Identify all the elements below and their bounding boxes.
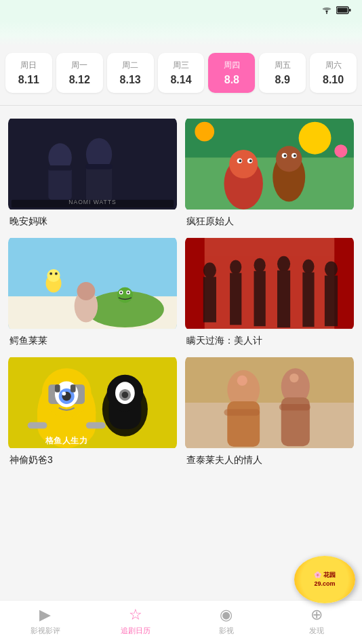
day-name: 周四 [208, 60, 255, 71]
watermark-sticker: 🌸 花园 29.com [294, 556, 355, 603]
svg-text:格鱼人生力: 格鱼人生力 [45, 436, 87, 445]
wifi-icon [321, 6, 332, 14]
svg-point-39 [47, 269, 60, 282]
svg-rect-6 [48, 167, 71, 200]
show-name-2: 鳄鱼莱莱 [8, 335, 177, 347]
day-date: 8.12 [56, 74, 103, 86]
svg-rect-71 [71, 384, 76, 392]
svg-point-21 [249, 159, 252, 162]
day-date: 8.11 [5, 74, 52, 86]
svg-point-29 [334, 144, 347, 157]
svg-rect-14 [185, 157, 354, 209]
day-date: 8.8 [208, 74, 255, 86]
sticker-line1: 🌸 花园 [314, 571, 336, 580]
show-name-1: 疯狂原始人 [185, 216, 354, 228]
day-tab-周日[interactable]: 周日 8.11 [5, 53, 52, 93]
day-tab-周三[interactable]: 周三 8.14 [158, 53, 205, 93]
svg-rect-8 [86, 166, 112, 202]
svg-rect-87 [224, 409, 260, 416]
day-date: 8.14 [158, 74, 205, 86]
battery-icon [336, 6, 351, 14]
svg-point-41 [55, 273, 58, 275]
svg-rect-10 [86, 164, 112, 169]
day-date: 8.10 [310, 74, 357, 86]
show-item-0[interactable]: NAOMI WATTS 晚安妈咪 [8, 117, 177, 228]
show-poster-1 [185, 117, 354, 212]
nav-label-0: 影视影评 [31, 626, 60, 636]
nav-label-3: 发现 [309, 626, 324, 636]
svg-point-40 [49, 273, 52, 275]
svg-rect-70 [55, 384, 60, 392]
video-icon: ◉ [220, 606, 233, 624]
svg-point-89 [237, 376, 247, 386]
svg-rect-84 [227, 401, 260, 447]
svg-point-90 [289, 374, 298, 382]
nav-item-0[interactable]: ▶ 影视影评 [0, 606, 91, 636]
day-name: 周一 [56, 60, 103, 71]
show-name-3: 瞒天过海：美人计 [185, 335, 354, 347]
day-tab-周六[interactable]: 周六 8.10 [310, 53, 357, 93]
sticker-line2: 29.com [314, 580, 335, 588]
day-tab-周二[interactable]: 周二 8.13 [107, 53, 154, 93]
svg-point-28 [195, 122, 214, 142]
svg-rect-73 [86, 422, 106, 429]
svg-rect-9 [48, 165, 71, 171]
svg-rect-3 [338, 8, 348, 13]
show-name-4: 神偷奶爸3 [8, 454, 177, 466]
show-item-4[interactable]: 格鱼人生力 神偷奶爸3 [8, 355, 177, 466]
show-poster-5 [185, 355, 354, 450]
day-tab-周一[interactable]: 周一 8.12 [56, 53, 103, 93]
show-item-5[interactable]: 查泰莱夫人的情人 [185, 355, 354, 466]
svg-point-17 [229, 150, 258, 178]
svg-rect-2 [349, 9, 351, 12]
day-date: 8.13 [107, 74, 154, 86]
day-name: 周六 [310, 60, 357, 71]
show-item-3[interactable]: 瞒天过海：美人计 [185, 236, 354, 347]
svg-rect-59 [185, 238, 354, 329]
svg-point-33 [117, 287, 133, 303]
svg-point-69 [62, 392, 66, 396]
discover-icon: ⊕ [310, 606, 323, 624]
nav-label-1: 追剧日历 [121, 626, 150, 636]
day-date: 8.9 [259, 74, 306, 86]
day-name: 周五 [259, 60, 306, 71]
show-item-2[interactable]: 鳄鱼莱莱 [8, 236, 177, 347]
show-name-0: 晚安妈咪 [8, 216, 177, 228]
nav-item-1[interactable]: ☆ 追剧日历 [91, 606, 182, 636]
show-item-1[interactable]: 疯狂原始人 [185, 117, 354, 228]
svg-rect-72 [28, 422, 47, 429]
day-tabs: 周日 8.11 周一 8.12 周二 8.13 周三 8.14 周四 8.8 周… [0, 46, 362, 100]
show-poster-4: 格鱼人生力 [8, 355, 177, 450]
svg-point-26 [284, 155, 287, 157]
nav-label-2: 影视 [219, 626, 234, 636]
svg-point-20 [239, 159, 241, 162]
header [0, 20, 362, 46]
play-icon: ▶ [39, 606, 51, 624]
svg-point-0 [326, 13, 327, 14]
svg-point-43 [77, 282, 96, 300]
svg-point-15 [299, 122, 331, 155]
divider [0, 105, 362, 106]
day-name: 周日 [5, 60, 52, 71]
svg-point-27 [294, 155, 296, 157]
show-poster-3 [185, 236, 354, 331]
status-icons [321, 6, 351, 14]
svg-point-37 [127, 291, 129, 294]
star-icon: ☆ [129, 606, 142, 624]
svg-point-36 [120, 291, 122, 294]
nav-item-3[interactable]: ⊕ 发现 [272, 606, 363, 636]
show-name-5: 查泰莱夫人的情人 [185, 454, 354, 466]
svg-rect-88 [279, 404, 310, 411]
status-bar [0, 0, 362, 20]
shows-grid: NAOMI WATTS 晚安妈咪 疯狂原始人 [0, 111, 362, 472]
bottom-nav: ▶ 影视影评 ☆ 追剧日历 ◉ 影视 ⊕ 发现 [0, 600, 362, 644]
day-name: 周三 [158, 60, 205, 71]
svg-point-23 [276, 146, 302, 172]
show-poster-0: NAOMI WATTS [8, 117, 177, 212]
show-poster-2 [8, 236, 177, 331]
day-tab-周五[interactable]: 周五 8.9 [259, 53, 306, 93]
day-name: 周二 [107, 60, 154, 71]
svg-point-79 [122, 392, 129, 399]
nav-item-2[interactable]: ◉ 影视 [181, 606, 272, 636]
day-tab-周四[interactable]: 周四 8.8 [208, 53, 255, 93]
